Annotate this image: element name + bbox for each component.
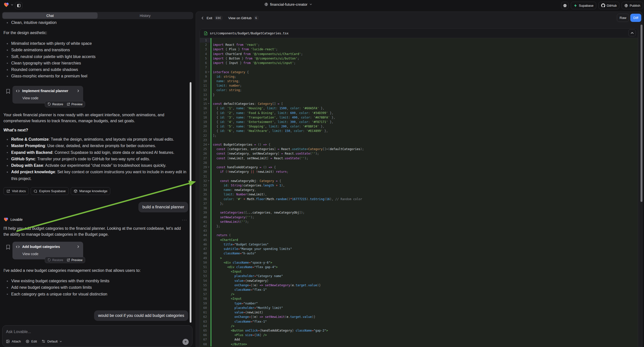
view-on-github-link[interactable]: View on GitHub: [228, 16, 252, 20]
preview-button[interactable]: Preview: [67, 258, 82, 262]
fold-chevron-icon[interactable]: [208, 102, 210, 104]
code-icon: [16, 89, 20, 92]
bookmark-icon[interactable]: [6, 245, 10, 250]
version-title: Implement financial planner: [22, 89, 74, 93]
image-icon: [6, 340, 10, 343]
code-file-header[interactable]: src/components/budget/BudgetCategories.t…: [200, 29, 638, 38]
supabase-button[interactable]: Supabase: [571, 2, 596, 9]
chat-panel: Chat History Clean, intuitive navigation…: [0, 11, 194, 347]
supabase-label: Supabase: [579, 4, 594, 8]
code-line: 26 const [newCategory, setNewCategory] =…: [200, 151, 638, 156]
chat-input-box[interactable]: Ask Lovable... Attach Edit Default: [2, 325, 192, 347]
code-line: 14: [200, 97, 638, 102]
design-heading: For the design aesthetic:: [4, 30, 187, 36]
fold-chevron-icon[interactable]: [208, 71, 210, 73]
chat-history-tabs: Chat History: [2, 12, 193, 19]
code-line: 59 type="number": [200, 301, 638, 306]
sidebar-toggle-button[interactable]: [15, 2, 22, 9]
chevron-up-icon: [630, 31, 634, 34]
preview-button[interactable]: Preview: [67, 102, 82, 106]
code-line: 7: [200, 65, 638, 70]
user-message: build a financial planner: [138, 202, 188, 212]
code-line: 44 return (: [200, 233, 638, 238]
mode-select[interactable]: Default: [42, 340, 62, 343]
publish-button[interactable]: Publish: [622, 2, 643, 9]
code-line: 50 <div className="space-y-6">: [200, 260, 638, 265]
send-button[interactable]: [182, 339, 189, 345]
fold-chevron-icon[interactable]: [208, 166, 210, 168]
code-view-header: Exit ESC View on GitHub G Raw Diff: [196, 12, 642, 24]
restore-label: Restore: [52, 102, 63, 106]
view-code-link[interactable]: View code: [22, 96, 80, 100]
whats-next-heading: What's next?: [4, 128, 187, 132]
preview-label: Preview: [72, 258, 82, 262]
code-line: 25 const [categories, setCategories] = R…: [200, 147, 638, 151]
raw-toggle-button[interactable]: Raw: [617, 14, 629, 22]
attach-button[interactable]: Attach: [6, 340, 21, 343]
workspace-chevron-down-icon[interactable]: [11, 4, 14, 6]
list-item: Refine & Customize: Tweak the design, an…: [4, 136, 187, 143]
list-item: Minimalist interface with plenty of whit…: [4, 40, 187, 47]
code-line: 64 />: [200, 324, 638, 328]
design-bullet-list: Minimalist interface with plenty of whit…: [4, 40, 187, 80]
code-line: 2import React from 'react';: [200, 42, 638, 47]
code-editor[interactable]: 12import React from 'react';3import { Pl…: [200, 38, 638, 347]
intro-list: Clean, intuitive navigation: [4, 20, 187, 26]
chat-scrollbar[interactable]: [190, 82, 192, 322]
code-line: 68 </Button>: [200, 342, 638, 346]
edit-label: Edit: [31, 340, 37, 343]
code-line: 63 className="flex-1": [200, 319, 638, 324]
code-line: 41 setNewLimit('');: [200, 220, 638, 224]
list-item: Soft, neutral color palette with light b…: [4, 54, 187, 60]
collapse-file-button[interactable]: [628, 29, 636, 36]
github-button[interactable]: GitHub: [598, 2, 619, 9]
restore-icon: [48, 258, 51, 262]
publish-globe-icon: [624, 4, 628, 8]
diff-toggle-button[interactable]: Diff: [630, 14, 641, 22]
list-item: Expand with Backend: Connect Supabase to…: [4, 149, 187, 156]
project-selector[interactable]: financial-future-creator: [264, 2, 312, 6]
edit-button[interactable]: Edit: [26, 340, 37, 343]
manage-knowledge-label: Manage knowledge: [80, 189, 108, 193]
list-item: Subtle animations and transitions: [4, 47, 187, 53]
list-item: Add new budget categories with custom li…: [4, 284, 187, 291]
lovable-logo-icon[interactable]: [4, 2, 9, 8]
explore-supabase-label: Explore Supabase: [39, 189, 66, 193]
code-line: 42 };: [200, 224, 638, 228]
code-line: 13}: [200, 92, 638, 97]
list-item: Glass-morphic elements for a premium fee…: [4, 73, 187, 80]
chat-messages: Clean, intuitive navigation For the desi…: [0, 20, 194, 326]
code-line: 65 <Button onClick={handleAddCategory} c…: [200, 328, 638, 333]
g-key-badge: G: [254, 16, 258, 20]
settings-button[interactable]: [561, 2, 568, 9]
assistant-header: Lovable ···: [4, 217, 187, 222]
restore-button[interactable]: Restore: [48, 102, 63, 106]
message-menu-button[interactable]: ···: [182, 218, 187, 222]
exit-button[interactable]: Exit: [206, 16, 212, 20]
code-line: 37 };: [200, 202, 638, 206]
code-panel-scrollbar[interactable]: [640, 25, 642, 202]
bookmark-icon[interactable]: [6, 89, 10, 94]
reply-intro-text: I'll help you add budget categories to t…: [4, 226, 187, 237]
fold-chevron-icon[interactable]: [208, 180, 210, 182]
code-line: 11 limit: number;: [200, 84, 638, 88]
code-line: 57 />: [200, 292, 638, 296]
top-bar: financial-future-creator Supabase GitHub: [0, 0, 644, 11]
restore-button[interactable]: Restore: [48, 258, 63, 262]
code-line: 22];: [200, 134, 638, 138]
explore-supabase-button[interactable]: Explore Supabase: [30, 187, 68, 195]
code-line: 27 const [newLimit, setNewLimit] = React…: [200, 156, 638, 160]
manage-knowledge-button[interactable]: Manage knowledge: [71, 187, 110, 195]
version-card-row-2: Add budget categories View code Restore: [4, 242, 88, 266]
fold-chevron-icon[interactable]: [208, 144, 210, 145]
tab-chat[interactable]: Chat: [2, 12, 98, 19]
visit-docs-button[interactable]: Visit docs: [4, 187, 29, 195]
code-view-panel: Exit ESC View on GitHub G Raw Diff src/c…: [196, 12, 642, 347]
code-file-container: src/components/budget/BudgetCategories.t…: [200, 28, 638, 347]
file-path: src/components/budget/BudgetCategories.t…: [210, 31, 288, 35]
view-code-link[interactable]: View code: [22, 252, 80, 256]
code-line: 16 { id: '1', name: 'Housing', limit: 15…: [200, 106, 638, 110]
list-item: Clean typography with clear hierarchies: [4, 60, 187, 66]
tab-history[interactable]: History: [98, 12, 193, 19]
code-line: 39 setCategories([...categories, newCate…: [200, 210, 638, 215]
